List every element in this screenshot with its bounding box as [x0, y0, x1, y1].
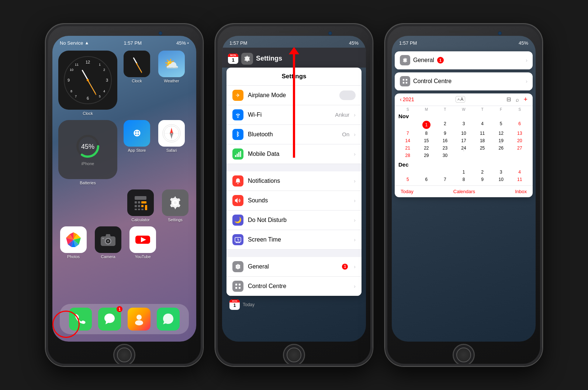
dec-6[interactable]: 6 [417, 176, 436, 183]
multitask-card-general[interactable]: General 1 › [395, 51, 533, 69]
app-calculator[interactable]: Calculator [125, 189, 156, 222]
clock-widget-label: Clock [83, 111, 93, 116]
nov-20[interactable]: 20 [510, 137, 529, 144]
app-clock-small[interactable]: Clock [122, 51, 152, 116]
nov-13[interactable]: 13 [510, 130, 529, 137]
nov-18[interactable]: 18 [473, 137, 492, 144]
nov-6[interactable]: 6 [510, 120, 529, 130]
dock-whatsapp[interactable] [157, 308, 180, 331]
dec-5[interactable]: 5 [398, 176, 417, 183]
settings-row-sounds[interactable]: Sounds › [226, 191, 362, 211]
cal-search-icon[interactable]: ⌕ [516, 96, 519, 103]
dec-2[interactable]: 2 [473, 168, 492, 176]
dec-10[interactable]: 10 [492, 176, 511, 183]
app-safari[interactable]: Safari [156, 120, 187, 185]
app-youtube[interactable]: YouTube [128, 226, 158, 259]
dec-11[interactable]: 11 [510, 176, 529, 183]
settings-row-control-centre[interactable]: Control Centre › [226, 277, 362, 296]
settings-row-general[interactable]: General 1 › [226, 257, 362, 277]
general-badge: 1 [342, 264, 348, 270]
nov-30[interactable]: 30 [436, 152, 454, 159]
nov-19[interactable]: 19• [492, 137, 511, 144]
cal-add-icon[interactable]: + [523, 96, 528, 103]
app-settings[interactable]: Settings [160, 189, 190, 222]
phone2-screen: 1:57 PM 45% MON 1 [222, 36, 366, 342]
dec-1[interactable]: 1 [454, 168, 473, 176]
dock-messages[interactable]: 1 [98, 308, 121, 331]
nov-17[interactable]: 17 [454, 137, 473, 144]
app-camera[interactable]: Camera [93, 226, 123, 259]
battery-widget-bg: 45% iPhone [58, 120, 117, 179]
nov-9[interactable]: 9 [436, 130, 454, 137]
nov-2[interactable]: 2 [436, 120, 454, 130]
dock: 1 [60, 304, 189, 334]
nov-12[interactable]: 12 [492, 130, 511, 137]
clock-face: 12 3 6 9 1 11 10 2 4 8 5 7 [64, 56, 112, 104]
battery-widget[interactable]: 45% iPhone Batteries [58, 120, 117, 185]
airplane-toggle[interactable] [339, 90, 356, 100]
dec-label: Dec [398, 161, 529, 168]
control-centre-svg [235, 283, 241, 290]
dec-3[interactable]: 3 [492, 168, 511, 176]
nov-25[interactable]: 25 [473, 144, 492, 152]
clock-widget[interactable]: 12 3 6 9 1 11 10 2 4 8 5 7 [58, 51, 117, 116]
cal-inbox-btn[interactable]: Inbox [515, 189, 527, 194]
nov-23[interactable]: 23 [436, 144, 454, 152]
settings-row-screen-time[interactable]: Screen Time › [226, 230, 362, 250]
dec-9[interactable]: 9 [473, 176, 492, 183]
nov-29[interactable]: 29 [417, 152, 436, 159]
cal-monitor-icon[interactable]: ⊟ [506, 96, 511, 103]
wd-w: W [454, 107, 473, 112]
cal-nav: ‹ 2021 [400, 96, 414, 102]
nov-4[interactable]: 4 [473, 120, 492, 130]
settings-row-dnd[interactable]: 🌙 Do Not Disturb › [226, 211, 362, 230]
nov-1[interactable]: 1 [417, 120, 436, 130]
nov-8[interactable]: 8 [417, 130, 436, 137]
nov-5[interactable]: 5 [492, 120, 511, 130]
nov-10[interactable]: 10 [454, 130, 473, 137]
nov-22[interactable]: 22 [417, 144, 436, 152]
nov-14[interactable]: 14 [398, 137, 417, 144]
nov-15[interactable]: 15 [417, 137, 436, 144]
app-weather[interactable]: ⛅ Weather [156, 51, 187, 116]
dock-contacts[interactable] [128, 308, 151, 331]
dec-8[interactable]: 8 [454, 176, 473, 183]
nov-16[interactable]: 16 [436, 137, 454, 144]
red-arrow [289, 47, 299, 158]
general-card-name: General [413, 57, 434, 64]
safari-icon [158, 120, 185, 147]
nov-21[interactable]: 21 [398, 144, 417, 152]
weather-emoji: ⛅ [164, 57, 179, 71]
home-button-highlight [52, 311, 80, 338]
cal-today-btn[interactable]: Today [401, 189, 414, 194]
app-appstore[interactable]: ⊕ App Store [122, 120, 152, 185]
svg-rect-31 [237, 154, 238, 157]
multitask-card-control[interactable]: Control Centre › [395, 72, 533, 90]
wifi-value: Ankur [335, 112, 349, 118]
app-photos[interactable]: Photos [58, 226, 89, 259]
clock-num-6: 6 [87, 96, 89, 100]
appstore-symbol: ⊕ [133, 127, 141, 139]
dec-7[interactable]: 7 [436, 176, 454, 183]
calculator-label: Calculator [131, 218, 150, 222]
app-row-1: 12 3 6 9 1 11 10 2 4 8 5 7 [58, 51, 190, 116]
nov-26[interactable]: 26 [492, 144, 511, 152]
nov-11[interactable]: 11 [473, 130, 492, 137]
nov-28[interactable]: 28 [398, 152, 417, 159]
nov-27[interactable]: 27 [510, 144, 529, 152]
app-row-3: Calculator Settings [58, 189, 190, 222]
calendar-card[interactable]: ‹ 2021 A A ⊟ ⌕ + [395, 93, 533, 197]
settings-row-notifications[interactable]: Notifications › [226, 171, 362, 191]
home-button-3[interactable] [453, 344, 475, 366]
home-button-1[interactable] [113, 344, 135, 366]
nov-24[interactable]: 24• [454, 144, 473, 152]
photos-icon [60, 226, 87, 253]
cal-aa-button[interactable]: A A [456, 96, 465, 103]
home-button-2[interactable] [283, 344, 305, 366]
dec-4[interactable]: 4 [510, 168, 529, 176]
cal-calendars-btn[interactable]: Calendars [453, 189, 475, 194]
sounds-svg [235, 197, 241, 204]
nov-empty2 [454, 152, 473, 159]
nov-3[interactable]: 3 [454, 120, 473, 130]
nov-7[interactable]: 7 [398, 130, 417, 137]
